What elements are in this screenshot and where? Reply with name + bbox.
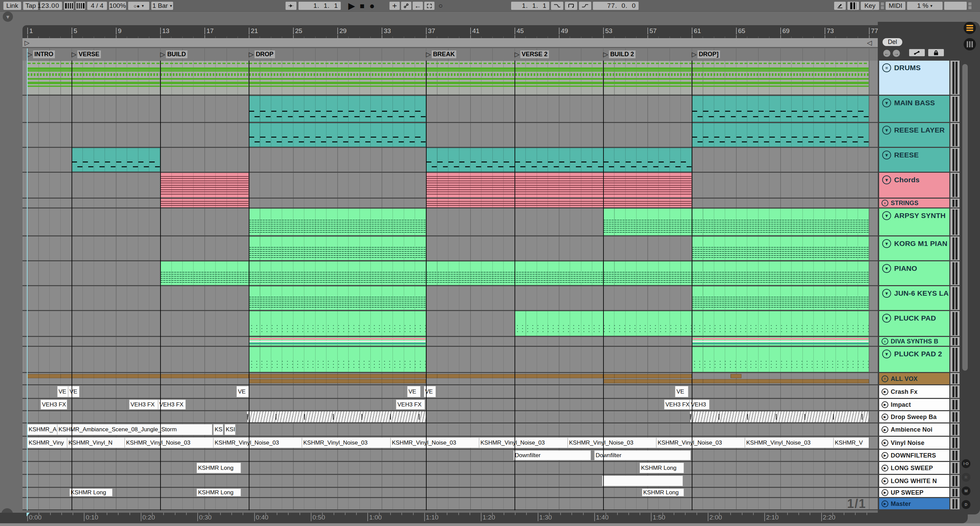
track-lane-drop-sweep-ba[interactable] xyxy=(22,411,878,423)
clip-drums[interactable] xyxy=(603,60,692,95)
clip-piano[interactable] xyxy=(603,261,692,285)
track-header-downfilters[interactable]: ▶DOWNFILTERS xyxy=(879,450,949,461)
clip-diva-synths-b[interactable] xyxy=(249,337,426,346)
clip-all-vox[interactable] xyxy=(692,379,869,383)
fold-triangle-icon[interactable]: ▼ xyxy=(882,289,891,298)
stop-button[interactable]: ■ xyxy=(360,2,364,10)
loop-start-field[interactable]: 1. 1. 1 xyxy=(511,2,549,10)
fold-triangle-icon[interactable]: ▼ xyxy=(882,175,891,184)
clip-all-vox[interactable] xyxy=(249,379,426,383)
clip-all-vox[interactable] xyxy=(730,374,742,378)
clip-pluck-pad[interactable] xyxy=(249,311,426,336)
draw-length-menu[interactable]: 1 Bar▾ xyxy=(151,2,173,10)
loop-end-marker[interactable]: ◁ xyxy=(867,39,872,47)
track-lane-strings[interactable] xyxy=(22,199,878,207)
clip-piano[interactable] xyxy=(426,261,603,285)
clip-drums[interactable] xyxy=(249,60,426,95)
group-menu-icon[interactable]: ≡ xyxy=(881,200,888,207)
unfold-triangle-icon[interactable]: ▶ xyxy=(881,439,888,446)
track-lane-reese-layer[interactable] xyxy=(22,123,878,147)
clip-pluck-pad[interactable] xyxy=(514,311,692,336)
track-lane-impact[interactable]: VEH3 FXVEH3 FXVEH3 FXVEH3 FXVEH3 FXVEH3 xyxy=(22,399,878,410)
clip-drums[interactable] xyxy=(160,60,249,95)
track-lane-master[interactable] xyxy=(22,498,878,509)
io-section-toggle[interactable]: I·O xyxy=(962,459,970,468)
unfold-triangle-icon[interactable]: ▶ xyxy=(881,489,888,496)
clip-reese[interactable] xyxy=(72,148,160,172)
group-menu-icon[interactable]: ≡ xyxy=(881,338,888,345)
midi-map-button[interactable]: MIDI xyxy=(886,2,905,10)
clip-kshmr-vinyl-noise-03[interactable]: KSHMR_Vinyl_Noise_03 xyxy=(390,437,479,448)
fold-triangle-icon[interactable]: ▼ xyxy=(882,350,891,358)
fold-triangle-icon[interactable]: ▼ xyxy=(882,314,891,323)
clip-all-vox[interactable] xyxy=(603,374,692,378)
track-header-drop-sweep-ba[interactable]: ▶Drop Sweep Ba xyxy=(879,411,949,423)
metronome-menu-button[interactable]: ○●▾ xyxy=(128,2,149,10)
clip-kshmr-vinyl-n[interactable]: KSHMR_Vinyl_N xyxy=(67,437,125,448)
clip-drums[interactable] xyxy=(426,60,603,95)
fold-triangle-icon[interactable]: ▼ xyxy=(882,239,891,248)
punch-in-button[interactable] xyxy=(551,2,563,10)
clip-kshmr-long[interactable]: KSHMR Long xyxy=(197,462,241,473)
clip-piano[interactable] xyxy=(692,261,869,285)
clip-downfilter[interactable]: Downfilter xyxy=(594,450,691,460)
time-signature-field[interactable]: 4 / 4 xyxy=(87,2,107,10)
track-header-reese-layer[interactable]: ▼REESE LAYER xyxy=(879,123,949,147)
track-lane-up-sweep[interactable]: KSHMR LongKSHMR LongKSHMR Long xyxy=(22,488,878,497)
clip-arpsy-synth[interactable] xyxy=(603,208,692,235)
locator-drop-[interactable]: ▷DROP] xyxy=(692,50,720,59)
lock-envelopes-button[interactable] xyxy=(928,49,944,56)
clip-veh3[interactable]: VEH3 xyxy=(690,400,710,410)
track-header-vinyl-noise[interactable]: ▶Vinyl Noise xyxy=(879,437,949,449)
track-lane-drums[interactable] xyxy=(22,60,878,95)
track-header-chords[interactable]: ▼Chords xyxy=(879,173,949,198)
mixer-section-toggle[interactable] xyxy=(964,38,976,51)
capture-midi-button[interactable] xyxy=(424,2,434,10)
re-enable-automation-button[interactable]: ← xyxy=(413,2,423,10)
clip-veh3-fx[interactable]: VEH3 FX xyxy=(41,400,67,410)
clip-kshmr-vinyl-noise-03[interactable]: KSHMR_Vinyl_Noise_03 xyxy=(745,437,834,448)
clip-kshmr-vinyl-noise-03[interactable]: KSHMR_Vinyl_Noise_03 xyxy=(125,437,213,448)
clip-all-vox[interactable] xyxy=(249,374,426,378)
track-lane-downfilters[interactable]: DownfilterDownfilter xyxy=(22,450,878,461)
clip-kshmr-a[interactable]: KSHMR_A xyxy=(27,424,57,435)
clip-diva-synths-b[interactable] xyxy=(692,337,869,346)
clip-strings[interactable] xyxy=(160,199,249,207)
clip-arpsy-synth[interactable] xyxy=(692,208,869,235)
returns-section-toggle[interactable]: R xyxy=(962,473,970,482)
clip-pluck-pad[interactable] xyxy=(692,311,869,336)
clip-ve[interactable]: VE xyxy=(675,386,688,397)
clip-korg-m1-pian[interactable] xyxy=(692,237,869,260)
track-header-pluck-pad-2[interactable]: ▼PLUCK PAD 2 xyxy=(879,347,949,372)
track-header-long-white-n[interactable]: ▶LONG WHITE N xyxy=(879,475,949,487)
unfold-triangle-icon[interactable]: ▶ xyxy=(881,401,888,408)
clip-chords[interactable] xyxy=(160,173,249,198)
track-header-master[interactable]: ▶Master xyxy=(879,498,949,509)
clip-arpsy-synth[interactable] xyxy=(249,208,426,235)
group-menu-icon[interactable]: ≡ xyxy=(881,375,888,382)
locator-drop[interactable]: ▷DROP xyxy=(249,50,275,59)
clip-piano[interactable] xyxy=(249,261,426,285)
new-midi-button[interactable]: + xyxy=(390,2,400,10)
clip-jun-6-keys-la[interactable] xyxy=(249,286,426,310)
track-header-reese[interactable]: ▼REESE xyxy=(879,148,949,172)
track-lane-jun-6-keys-la[interactable] xyxy=(22,286,878,310)
track-header-piano[interactable]: ▼PIANO xyxy=(879,261,949,285)
next-locator-button[interactable]: → xyxy=(893,50,900,57)
track-lane-all-vox[interactable] xyxy=(22,373,878,384)
clip-chords[interactable] xyxy=(426,173,692,198)
track-lane-long-sweep[interactable]: KSHMR LongKSHMR Long xyxy=(22,462,878,474)
unfold-triangle-icon[interactable]: ▶ xyxy=(881,478,888,485)
track-lane-korg-m1-pian[interactable] xyxy=(22,237,878,260)
track-header-korg-m1-pian[interactable]: ▼KORG M1 PIAN xyxy=(879,237,949,260)
clip-kshmr-long[interactable]: KSHMR Long xyxy=(642,488,684,496)
clip-main-bass[interactable] xyxy=(249,96,426,122)
fold-triangle-icon[interactable]: ▼ xyxy=(882,151,891,159)
mixer-toggle[interactable]: M xyxy=(962,486,970,495)
delete-locator-button[interactable]: Del xyxy=(883,38,902,46)
clip-all-vox[interactable] xyxy=(27,374,249,378)
track-header-arpsy-synth[interactable]: ▼ARPSY SYNTH xyxy=(879,208,949,235)
track-lane-long-white-n[interactable] xyxy=(22,475,878,487)
locator-menu-toggle[interactable] xyxy=(964,22,976,34)
track-lane-chords[interactable] xyxy=(22,173,878,198)
